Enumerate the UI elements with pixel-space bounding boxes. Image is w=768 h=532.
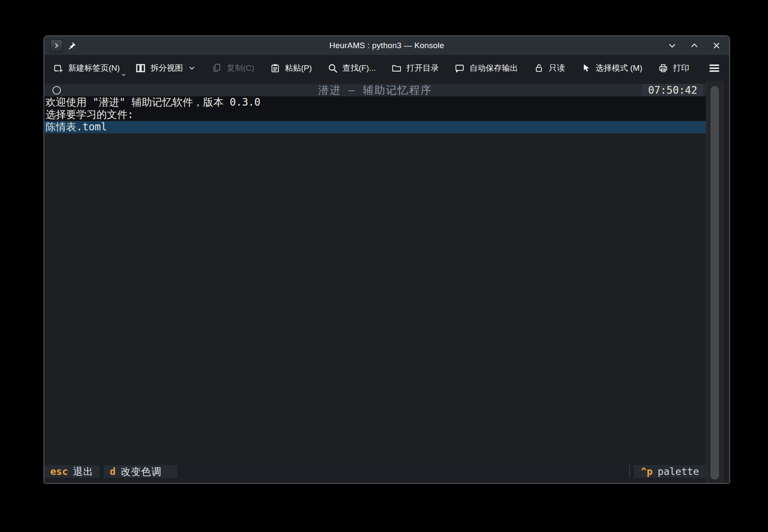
keybinding-esc[interactable]: esc 退出 bbox=[44, 465, 100, 478]
output-bubble-icon bbox=[454, 63, 465, 74]
print-button[interactable]: 打印 bbox=[658, 63, 689, 74]
key-action-label: palette bbox=[658, 466, 699, 477]
welcome-line: 欢迎使用 "潜进" 辅助记忆软件，版本 0.3.0 bbox=[44, 96, 706, 109]
key-action-label: 改变色调 bbox=[121, 465, 161, 478]
terminal-empty-area bbox=[44, 133, 706, 465]
scrollbar-track[interactable] bbox=[706, 81, 724, 483]
title-bar[interactable]: HeurAMS : python3 — Konsole bbox=[44, 36, 729, 55]
split-view-icon bbox=[135, 63, 146, 74]
select-mode-button[interactable]: 选择模式 (M) bbox=[580, 63, 642, 74]
keybinding-d[interactable]: d 改变色调 bbox=[104, 465, 178, 478]
printer-icon bbox=[658, 63, 669, 74]
paste-button[interactable]: 粘贴(P) bbox=[270, 63, 312, 74]
key-hint: d bbox=[110, 466, 116, 477]
file-list-item-selected[interactable]: 陈情表.toml bbox=[44, 121, 706, 133]
terminal-view[interactable]: 潜进 – 辅助记忆程序 07:50:42 欢迎使用 "潜进" 辅助记忆软件，版本… bbox=[44, 81, 729, 483]
konsole-app-icon bbox=[50, 40, 63, 52]
maximize-button[interactable] bbox=[689, 40, 699, 51]
copy-icon bbox=[211, 63, 222, 74]
autosave-output-button[interactable]: 自动保存输出 bbox=[454, 63, 518, 74]
search-icon bbox=[327, 63, 338, 74]
chevron-down-icon[interactable] bbox=[121, 72, 127, 78]
app-title: 潜进 – 辅助记忆程序 bbox=[44, 83, 706, 97]
read-only-label: 只读 bbox=[549, 63, 565, 74]
keybinding-palette[interactable]: ^p palette bbox=[634, 465, 706, 478]
chevron-down-icon[interactable] bbox=[188, 64, 196, 72]
read-only-button[interactable]: 只读 bbox=[533, 63, 565, 74]
key-action-label: 退出 bbox=[73, 465, 94, 478]
open-directory-label: 打开目录 bbox=[406, 63, 439, 74]
pin-icon[interactable] bbox=[67, 41, 77, 51]
split-view-button[interactable]: 拆分视图 bbox=[135, 63, 196, 74]
open-directory-button[interactable]: 打开目录 bbox=[391, 63, 439, 74]
select-mode-label: 选择模式 (M) bbox=[595, 63, 642, 74]
lock-open-icon bbox=[533, 63, 544, 74]
split-view-label: 拆分视图 bbox=[150, 63, 183, 74]
autosave-output-label: 自动保存输出 bbox=[469, 63, 518, 74]
paste-label: 粘贴(P) bbox=[285, 63, 312, 74]
konsole-window: HeurAMS : python3 — Konsole 新建标签页(N) bbox=[43, 35, 730, 484]
tab-new-icon bbox=[53, 63, 64, 74]
minimize-button[interactable] bbox=[667, 40, 677, 51]
new-tab-button[interactable]: 新建标签页(N) bbox=[53, 63, 120, 74]
toolbar: 新建标签页(N) 拆分视图 复制(C) 粘贴(P) bbox=[44, 55, 729, 81]
clock: 07:50:42 bbox=[642, 84, 703, 96]
cursor-arrow-icon bbox=[580, 63, 591, 74]
footer-divider bbox=[629, 465, 630, 478]
find-label: 查找(F)... bbox=[342, 63, 376, 74]
close-button[interactable] bbox=[711, 40, 722, 51]
tui-footer: esc 退出 d 改变色调 ^p palette bbox=[44, 465, 706, 478]
folder-open-icon bbox=[391, 63, 402, 74]
copy-label: 复制(C) bbox=[227, 63, 254, 74]
window-title: HeurAMS : python3 — Konsole bbox=[329, 41, 444, 50]
print-label: 打印 bbox=[673, 63, 689, 74]
find-button[interactable]: 查找(F)... bbox=[327, 63, 376, 74]
new-tab-label: 新建标签页(N) bbox=[68, 63, 120, 74]
key-hint: esc bbox=[50, 466, 68, 477]
tui-header: 潜进 – 辅助记忆程序 07:50:42 bbox=[44, 84, 706, 96]
scrollbar-thumb[interactable] bbox=[710, 86, 719, 480]
paste-icon bbox=[270, 63, 281, 74]
hamburger-menu-button[interactable] bbox=[708, 62, 721, 75]
prompt-line: 选择要学习的文件: bbox=[44, 109, 706, 121]
key-hint: ^p bbox=[641, 466, 653, 477]
copy-button: 复制(C) bbox=[211, 63, 254, 74]
